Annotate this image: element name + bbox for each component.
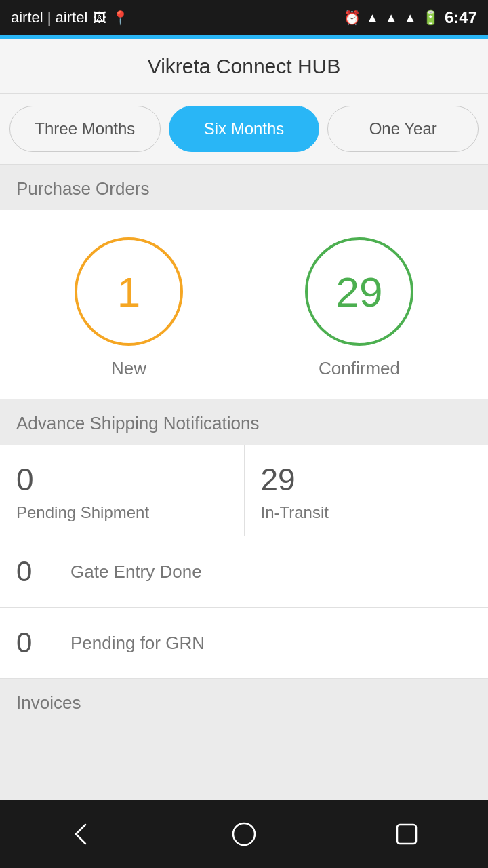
pending-shipment-label: Pending Shipment bbox=[16, 503, 228, 522]
signal-icon-1: ▲ bbox=[384, 10, 398, 26]
status-bar-time: 6:47 bbox=[445, 8, 477, 27]
tab-one-year[interactable]: One Year bbox=[327, 106, 479, 152]
confirmed-label: Confirmed bbox=[319, 358, 400, 379]
gate-entry-row[interactable]: 0 Gate Entry Done bbox=[0, 536, 488, 608]
asn-grid: 0 Pending Shipment 29 In-Transit bbox=[0, 445, 488, 536]
pending-grn-row[interactable]: 0 Pending for GRN bbox=[0, 608, 488, 679]
wifi-icon: ▲ bbox=[366, 10, 380, 26]
pending-grn-count: 0 bbox=[16, 627, 50, 659]
purchase-orders-header: Purchase Orders bbox=[0, 165, 488, 210]
pending-shipment-count: 0 bbox=[16, 461, 228, 498]
in-transit-cell[interactable]: 29 In-Transit bbox=[245, 445, 489, 536]
carrier-text: airtel | airtel bbox=[11, 9, 87, 26]
po-new-item[interactable]: 1 New bbox=[75, 237, 183, 379]
status-bar: airtel | airtel 🖼 📍 ⏰ ▲ ▲ ▲ 🔋 6:47 bbox=[0, 0, 488, 35]
tab-six-months[interactable]: Six Months bbox=[169, 106, 320, 152]
svg-rect-1 bbox=[397, 825, 416, 844]
new-label: New bbox=[111, 358, 146, 379]
recent-button[interactable] bbox=[386, 814, 427, 854]
location-icon: 📍 bbox=[112, 9, 129, 26]
alarm-icon: ⏰ bbox=[344, 9, 361, 26]
bottom-navigation bbox=[0, 800, 488, 868]
signal-icon-2: ▲ bbox=[403, 10, 417, 26]
pending-shipment-cell[interactable]: 0 Pending Shipment bbox=[0, 445, 245, 536]
home-icon bbox=[229, 819, 259, 849]
new-count-badge: 1 bbox=[75, 237, 183, 346]
status-bar-carrier: airtel | airtel 🖼 📍 bbox=[11, 9, 129, 26]
gate-entry-count: 0 bbox=[16, 555, 50, 588]
app-title: Vikreta Connect HUB bbox=[148, 55, 341, 78]
confirmed-count-badge: 29 bbox=[305, 237, 413, 346]
period-tabs: Three Months Six Months One Year bbox=[0, 94, 488, 165]
back-button[interactable] bbox=[61, 814, 102, 854]
app-bar: Vikreta Connect HUB bbox=[0, 39, 488, 94]
back-icon bbox=[66, 819, 96, 849]
in-transit-label: In-Transit bbox=[261, 503, 472, 522]
recent-icon bbox=[392, 819, 422, 849]
svg-point-0 bbox=[233, 823, 255, 845]
purchase-orders-content: 1 New 29 Confirmed bbox=[0, 210, 488, 399]
asn-header: Advance Shipping Notifications bbox=[0, 399, 488, 445]
status-bar-icons: ⏰ ▲ ▲ ▲ 🔋 6:47 bbox=[344, 8, 477, 27]
tab-three-months[interactable]: Three Months bbox=[9, 106, 161, 152]
in-transit-count: 29 bbox=[261, 461, 472, 498]
image-icon: 🖼 bbox=[93, 10, 106, 26]
po-confirmed-item[interactable]: 29 Confirmed bbox=[305, 237, 413, 379]
battery-icon: 🔋 bbox=[422, 9, 439, 26]
pending-grn-label: Pending for GRN bbox=[70, 633, 205, 654]
invoices-header: Invoices bbox=[0, 679, 488, 800]
home-button[interactable] bbox=[224, 814, 264, 854]
gate-entry-label: Gate Entry Done bbox=[70, 561, 202, 583]
